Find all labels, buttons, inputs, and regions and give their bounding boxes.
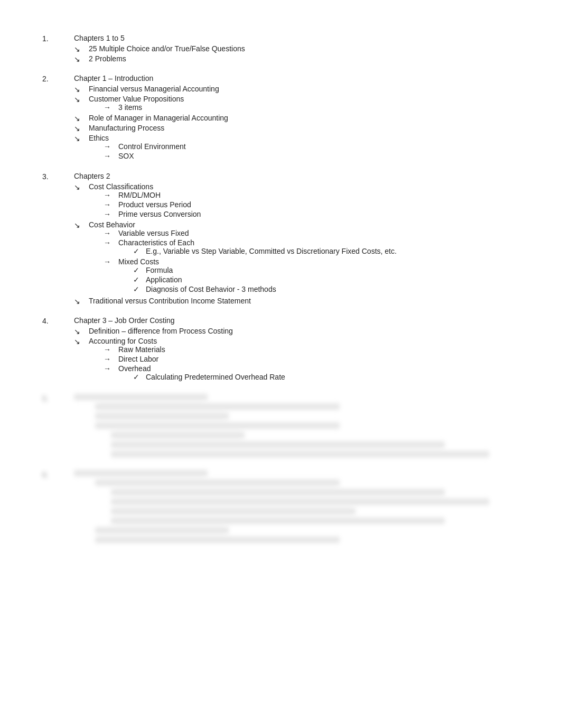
sub-item-3-1-3: →Prime versus Conversion xyxy=(104,210,201,218)
sections-container: 1.Chapters 1 to 5↘25 Multiple Choice and… xyxy=(42,34,519,384)
bullet-symbol-2-1: ↘ xyxy=(74,85,89,94)
bullet-symbol-4-2: ↘ xyxy=(74,337,89,346)
subsub-symbol-3-2-3-2: ✓ xyxy=(133,275,146,284)
section-content-3: Chapters 2↘Cost Classifications→RM/DL/MO… xyxy=(74,172,519,307)
bullet-text-wrap-2-1: Financial versus Managerial Accounting xyxy=(89,85,219,93)
subsub-text-3-2-3-1: Formula xyxy=(146,266,173,274)
sub-text-3-1-2: Product versus Period xyxy=(118,200,191,209)
subsub-item-3-2-3-3: ✓Diagnosis of Cost Behavior - 3 methods xyxy=(133,285,276,293)
blurred-line-1-6 xyxy=(111,441,445,448)
section-number-3: 3. xyxy=(42,172,74,307)
subsub-item-3-2-3-1: ✓Formula xyxy=(133,266,276,274)
bullet-item-2-5: ↘Ethics→Control Environment→SOX xyxy=(74,134,519,161)
blurred-section-content-1 xyxy=(74,394,519,460)
sub-text-wrap-2-2-1: 3 items xyxy=(118,103,142,112)
blurred-line-2-4 xyxy=(111,499,489,505)
bullet-text-wrap-2-3: Role of Manager in Managerial Accounting xyxy=(89,114,228,122)
bullet-symbol-2-2: ↘ xyxy=(74,95,89,104)
blurred-line-1-5 xyxy=(111,432,245,438)
sub-symbol-3-2-1: → xyxy=(104,229,118,237)
bullet-text-wrap-1-1: 25 Multiple Choice and/or True/False Que… xyxy=(89,44,245,53)
sub-text-wrap-3-2-2: Characteristics of Each✓E.g., Variable v… xyxy=(118,238,397,256)
bullet-item-3-2: ↘Cost Behavior→Variable versus Fixed→Cha… xyxy=(74,220,519,296)
sub-item-3-1-2: →Product versus Period xyxy=(104,200,201,209)
section-number-2: 2. xyxy=(42,74,74,162)
sub-symbol-4-2-3: → xyxy=(104,364,118,373)
bullet-text-wrap-4-1: Definition – difference from Process Cos… xyxy=(89,327,233,335)
bullet-symbol-3-1: ↘ xyxy=(74,182,89,191)
sub-item-3-2-3: →Mixed Costs✓Formula✓Application✓Diagnos… xyxy=(104,257,397,294)
section-number-1: 1. xyxy=(42,34,74,64)
sub-text-4-2-1: Raw Materials xyxy=(118,345,165,354)
sub-item-4-2-2: →Direct Labor xyxy=(104,355,285,363)
sub-symbol-4-2-1: → xyxy=(104,345,118,354)
blurred-line-2-6 xyxy=(111,518,445,524)
section-content-1: Chapters 1 to 5↘25 Multiple Choice and/o… xyxy=(74,34,519,64)
sub-text-4-2-3: Overhead xyxy=(118,364,151,373)
sub-text-wrap-3-2-1: Variable versus Fixed xyxy=(118,229,189,237)
bullet-text-2-2: Customer Value Propositions xyxy=(89,95,184,103)
sub-text-3-1-1: RM/DL/MOH xyxy=(118,191,161,199)
sub-item-3-1-1: →RM/DL/MOH xyxy=(104,191,201,199)
blurred-line-2-2 xyxy=(95,480,340,486)
sub-symbol-2-2-1: → xyxy=(104,103,118,112)
subsub-item-3-2-2-1: ✓E.g., Variable vs Step Variable, Commit… xyxy=(133,247,397,255)
subsub-symbol-3-2-3-3: ✓ xyxy=(133,285,146,293)
sub-text-wrap-3-1-2: Product versus Period xyxy=(118,200,191,209)
sub-text-2-5-2: SOX xyxy=(118,152,134,160)
section-heading-2: Chapter 1 – Introduction xyxy=(74,74,519,82)
bullet-text-2-1: Financial versus Managerial Accounting xyxy=(89,85,219,93)
section-3: 3.Chapters 2↘Cost Classifications→RM/DL/… xyxy=(42,172,519,307)
bullet-symbol-2-4: ↘ xyxy=(74,124,89,133)
sub-item-2-2-1: →3 items xyxy=(104,103,184,112)
bullet-symbol-1-1: ↘ xyxy=(74,44,89,53)
bullet-text-2-4: Manufacturing Process xyxy=(89,124,164,132)
sub-text-wrap-3-2-3: Mixed Costs✓Formula✓Application✓Diagnosi… xyxy=(118,257,276,294)
bullet-text-wrap-3-2: Cost Behavior→Variable versus Fixed→Char… xyxy=(89,220,397,296)
sub-text-3-2-3: Mixed Costs xyxy=(118,257,159,266)
bullet-text-3-1: Cost Classifications xyxy=(89,182,153,191)
sub-symbol-4-2-2: → xyxy=(104,355,118,363)
bullet-item-4-1: ↘Definition – difference from Process Co… xyxy=(74,327,519,336)
bullet-text-wrap-1-2: 2 Problems xyxy=(89,54,126,63)
bullet-text-2-5: Ethics xyxy=(89,134,109,142)
blurred-container: 5.6. xyxy=(42,394,519,546)
bullet-item-2-2: ↘Customer Value Propositions→3 items xyxy=(74,95,519,113)
sub-text-wrap-2-5-1: Control Environment xyxy=(118,142,186,151)
sub-text-2-2-1: 3 items xyxy=(118,103,142,112)
sub-symbol-2-5-2: → xyxy=(104,152,118,160)
blurred-line-2-5 xyxy=(111,508,356,514)
sub-text-wrap-2-5-2: SOX xyxy=(118,152,134,160)
bullet-item-2-4: ↘Manufacturing Process xyxy=(74,124,519,133)
subsub-item-4-2-3-1: ✓Calculating Predetermined Overhead Rate xyxy=(133,373,285,381)
blurred-line-1-4 xyxy=(95,422,340,429)
bullet-item-1-1: ↘25 Multiple Choice and/or True/False Qu… xyxy=(74,44,519,53)
bullet-text-3-2: Cost Behavior xyxy=(89,220,135,229)
section-1: 1.Chapters 1 to 5↘25 Multiple Choice and… xyxy=(42,34,519,64)
sub-text-wrap-4-2-2: Direct Labor xyxy=(118,355,158,363)
blurred-line-1-1 xyxy=(74,394,208,400)
section-heading-3: Chapters 2 xyxy=(74,172,519,180)
subsub-symbol-3-2-3-1: ✓ xyxy=(133,266,146,274)
bullet-text-4-2: Accounting for Costs xyxy=(89,337,157,345)
blurred-line-2-1 xyxy=(74,470,208,476)
bullet-symbol-3-2: ↘ xyxy=(74,220,89,229)
section-heading-4: Chapter 3 – Job Order Costing xyxy=(74,316,519,325)
blurred-section-number-2: 6. xyxy=(42,470,74,546)
sub-text-wrap-4-2-1: Raw Materials xyxy=(118,345,165,354)
blurred-section-number-1: 5. xyxy=(42,394,74,460)
subsub-text-4-2-3-1: Calculating Predetermined Overhead Rate xyxy=(146,373,285,381)
subsub-text-3-2-3-3: Diagnosis of Cost Behavior - 3 methods xyxy=(146,285,276,293)
sub-symbol-3-1-1: → xyxy=(104,191,118,199)
blurred-line-2-3 xyxy=(111,489,445,495)
subsub-item-3-2-3-2: ✓Application xyxy=(133,275,276,284)
blurred-section-2: 6. xyxy=(42,470,519,546)
sub-item-3-2-2: →Characteristics of Each✓E.g., Variable … xyxy=(104,238,397,256)
blurred-line-2-7 xyxy=(95,527,229,533)
blurred-section-1: 5. xyxy=(42,394,519,460)
bullet-symbol-1-2: ↘ xyxy=(74,54,89,63)
section-heading-1: Chapters 1 to 5 xyxy=(74,34,519,42)
sub-item-3-2-1: →Variable versus Fixed xyxy=(104,229,397,237)
sub-symbol-2-5-1: → xyxy=(104,142,118,151)
bullet-text-wrap-2-2: Customer Value Propositions→3 items xyxy=(89,95,184,113)
